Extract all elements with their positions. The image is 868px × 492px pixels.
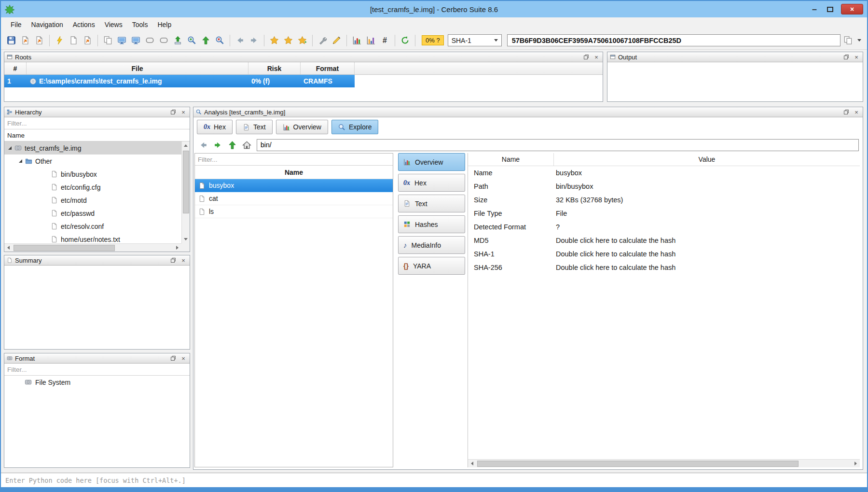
quick-scan-button[interactable] xyxy=(53,34,66,47)
float-panel-button[interactable] xyxy=(169,257,177,264)
close-panel-button[interactable]: × xyxy=(853,109,860,115)
tree-row-file[interactable]: bin/busybox xyxy=(4,168,181,181)
close-panel-button[interactable]: × xyxy=(179,355,187,362)
float-panel-button[interactable] xyxy=(582,54,590,60)
scroll-left-button[interactable] xyxy=(4,244,13,252)
nav-forward-button[interactable] xyxy=(212,139,223,151)
tab-text[interactable]: Text xyxy=(236,120,273,134)
format-tree-item-filesystem[interactable]: File System xyxy=(4,376,190,389)
reanalyze-button[interactable] xyxy=(399,34,412,47)
path-input[interactable] xyxy=(257,139,859,151)
float-panel-button[interactable] xyxy=(169,355,177,362)
format-filter-input[interactable] xyxy=(4,364,190,375)
float-panel-button[interactable] xyxy=(842,109,850,115)
minimize-button[interactable]: – xyxy=(810,4,819,14)
properties-horizontal-scrollbar[interactable] xyxy=(468,459,860,467)
property-row-detected-format[interactable]: Detected Format ? xyxy=(468,220,860,234)
close-panel-button[interactable]: × xyxy=(179,257,187,264)
float-panel-button[interactable] xyxy=(842,54,850,60)
property-value[interactable]: Double click here to calculate the hash xyxy=(554,250,860,258)
nav-up-button[interactable] xyxy=(226,139,238,151)
edit-button[interactable] xyxy=(330,34,343,47)
load-file-button[interactable] xyxy=(199,34,212,47)
output-panel-titlebar[interactable]: Output × xyxy=(607,52,863,62)
scrollbar-thumb[interactable] xyxy=(477,461,799,467)
scroll-left-button[interactable] xyxy=(468,460,476,468)
tree-row-file[interactable]: etc/resolv.conf xyxy=(4,220,181,233)
tab-hex[interactable]: 0x Hex xyxy=(197,120,233,134)
history-forward-button[interactable] xyxy=(248,34,261,47)
expander-icon[interactable] xyxy=(8,146,12,150)
column-header-file[interactable]: File xyxy=(27,62,248,74)
nav-back-button[interactable] xyxy=(197,139,209,151)
detail-tab-mediainfo[interactable]: ♪ MediaInfo xyxy=(398,236,465,254)
nav-home-button[interactable] xyxy=(241,139,252,151)
roots-table-row[interactable]: 1 E:\samples\cramfs\test_cramfs_le.img 0… xyxy=(4,75,355,87)
close-panel-button[interactable]: × xyxy=(592,54,600,60)
menu-actions[interactable]: Actions xyxy=(68,19,100,30)
detail-tab-hex[interactable]: 0x Hex xyxy=(398,174,465,192)
property-value[interactable]: Double click here to calculate the hash xyxy=(554,264,860,271)
file-row-busybox[interactable]: busybox xyxy=(195,179,393,192)
detail-tab-hashes[interactable]: Hashes xyxy=(398,215,465,233)
scrollbar-thumb[interactable] xyxy=(14,245,115,251)
copy-button[interactable] xyxy=(101,34,114,47)
column-header-format[interactable]: Format xyxy=(301,62,355,74)
scroll-right-button[interactable] xyxy=(852,460,860,468)
screenshot-region-button[interactable] xyxy=(129,34,142,47)
copy-hash-button[interactable] xyxy=(841,34,854,47)
reopen-file-button[interactable] xyxy=(81,34,94,47)
menu-views[interactable]: Views xyxy=(100,19,127,30)
analysis-panel-titlebar[interactable]: Analysis [test_cramfs_le.img] × xyxy=(193,107,863,117)
vertical-scrollbar[interactable] xyxy=(181,141,190,243)
add-bookmark-button[interactable] xyxy=(296,34,309,47)
entropy-button[interactable] xyxy=(364,34,377,47)
bookmark-jump-button[interactable] xyxy=(282,34,295,47)
property-row-md5[interactable]: MD5 Double click here to calculate the h… xyxy=(468,234,860,247)
file-row-ls[interactable]: ls xyxy=(195,205,393,218)
hash-tool-button[interactable]: # xyxy=(378,34,391,47)
risk-badge[interactable]: 0% ? xyxy=(422,35,444,45)
maximize-button[interactable] xyxy=(827,7,833,12)
property-row-name[interactable]: Name busybox xyxy=(468,166,860,180)
tree-row-file[interactable]: etc/config.cfg xyxy=(4,181,181,194)
roots-panel-titlebar[interactable]: Roots × xyxy=(4,52,603,62)
hash-options-button[interactable] xyxy=(855,34,863,47)
tree-row-file[interactable]: home/user/notes.txt xyxy=(4,233,181,243)
scroll-up-button[interactable] xyxy=(182,141,190,150)
select-shape-button[interactable] xyxy=(143,34,156,47)
tree-row-root[interactable]: test_cramfs_le.img xyxy=(4,141,181,155)
detail-tab-yara[interactable]: {} YARA xyxy=(398,257,465,275)
history-back-button[interactable] xyxy=(234,34,247,47)
detail-tab-overview[interactable]: Overview xyxy=(398,153,465,171)
horizontal-scrollbar[interactable] xyxy=(4,243,181,252)
scan-file-button[interactable] xyxy=(185,34,198,47)
format-panel-titlebar[interactable]: Format × xyxy=(4,353,190,364)
extract-button[interactable] xyxy=(171,34,184,47)
float-panel-button[interactable] xyxy=(169,109,177,115)
detail-tab-text[interactable]: Text xyxy=(398,195,465,212)
tree-row-file[interactable]: etc/passwd xyxy=(4,207,181,220)
tree-row-folder[interactable]: Other xyxy=(4,155,181,168)
tab-overview[interactable]: Overview xyxy=(276,120,328,134)
close-panel-button[interactable]: × xyxy=(179,109,187,115)
title-bar[interactable]: [test_cramfs_le.img] - Cerbero Suite 8.6… xyxy=(1,1,867,17)
menu-tools[interactable]: Tools xyxy=(127,19,153,30)
close-panel-button[interactable]: × xyxy=(853,54,860,60)
menu-help[interactable]: Help xyxy=(152,19,176,30)
column-header-num[interactable]: # xyxy=(4,62,27,74)
python-console-input[interactable] xyxy=(1,473,867,487)
screenshot-button[interactable] xyxy=(115,34,128,47)
property-value[interactable]: Double click here to calculate the hash xyxy=(554,237,860,244)
hash-algorithm-select[interactable]: SHA-1 xyxy=(448,34,502,46)
menu-file[interactable]: File xyxy=(6,19,27,30)
open-report-button[interactable] xyxy=(33,34,46,47)
property-row-sha1[interactable]: SHA-1 Double click here to calculate the… xyxy=(468,247,860,261)
summary-panel-titlebar[interactable]: Summary × xyxy=(4,255,190,266)
property-row-sha256[interactable]: SHA-256 Double click here to calculate t… xyxy=(468,261,860,274)
menu-navigation[interactable]: Navigation xyxy=(27,19,68,30)
property-row-filetype[interactable]: File Type File xyxy=(468,207,860,220)
close-scan-button[interactable] xyxy=(213,34,226,47)
expander-icon[interactable] xyxy=(19,159,22,163)
property-row-path[interactable]: Path bin/busybox xyxy=(468,180,860,193)
